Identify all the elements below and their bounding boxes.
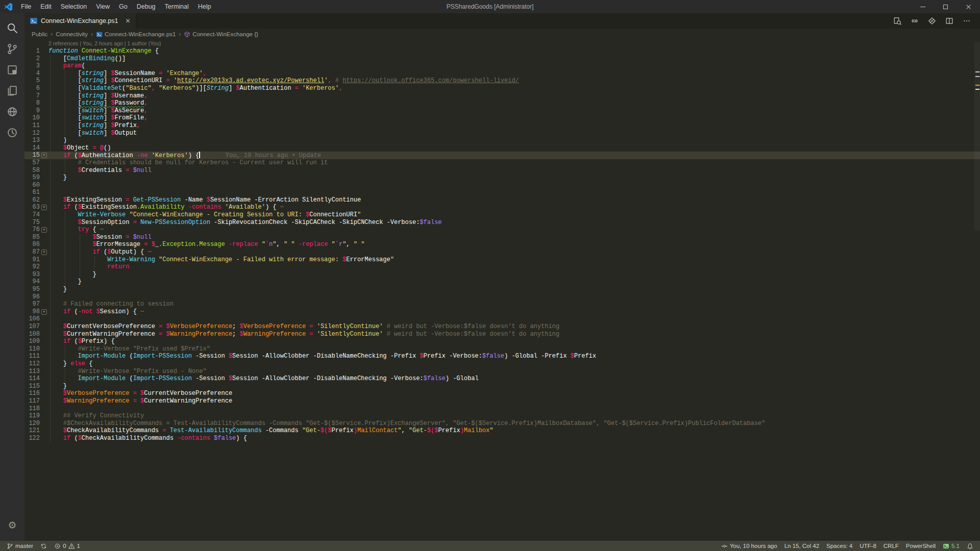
line-number[interactable]: 8	[24, 99, 40, 107]
code-line[interactable]: 115 }	[24, 383, 980, 390]
code-line[interactable]: 96	[24, 293, 980, 301]
line-number[interactable]: 1	[24, 47, 40, 55]
line-number[interactable]: 13	[24, 137, 40, 144]
line-number[interactable]: 114	[24, 375, 40, 383]
line-number[interactable]: 14	[24, 144, 40, 152]
code-line[interactable]: 107 $CurrentVerbosePreference = $Verbose…	[24, 323, 980, 331]
tab-connect-winexchange[interactable]: Connect-WinExchange.ps1 ✕	[24, 13, 136, 29]
fold-expand-icon[interactable]: +	[41, 249, 47, 255]
code-line[interactable]: 76+ try { ⋯	[24, 226, 980, 234]
line-number[interactable]: 112	[24, 360, 40, 368]
line-number[interactable]: 15	[24, 152, 40, 159]
line-number[interactable]: 110	[24, 345, 40, 353]
code-line[interactable]: 92 return	[24, 263, 980, 271]
line-number[interactable]: 111	[24, 353, 40, 360]
line-number[interactable]: 94	[24, 278, 40, 286]
line-number[interactable]: 12	[24, 130, 40, 137]
code-line[interactable]: 10 [switch] $FromFile,	[24, 114, 980, 122]
line-number[interactable]: 121	[24, 427, 40, 435]
code-line[interactable]: 4 [string] $SessionName = 'Exchange',	[24, 70, 980, 78]
activity-search[interactable]	[0, 17, 24, 38]
line-number[interactable]: 4	[24, 70, 40, 78]
menu-debug[interactable]: Debug	[132, 0, 160, 13]
menu-help[interactable]: Help	[193, 0, 216, 13]
status-sync-button[interactable]	[37, 541, 51, 551]
code-line[interactable]: 8 [string] $Password,	[24, 99, 980, 107]
code-line[interactable]: 93 }	[24, 271, 980, 279]
line-number[interactable]: 91	[24, 256, 40, 264]
line-number[interactable]: 87	[24, 248, 40, 256]
line-number[interactable]: 59	[24, 174, 40, 182]
line-number[interactable]: 97	[24, 300, 40, 308]
maximize-button[interactable]	[934, 0, 957, 13]
code-line[interactable]: 1function Connect-WinExchange {	[24, 47, 980, 55]
menu-file[interactable]: File	[16, 0, 36, 13]
code-line[interactable]: 121 $CheckAvailabilityCommands = Test-Av…	[24, 427, 980, 435]
activity-settings[interactable]: ⚙	[0, 515, 24, 536]
code-line[interactable]: 7 [string] $Username,	[24, 92, 980, 100]
activity-window[interactable]	[0, 59, 24, 80]
more-actions-button[interactable]	[963, 17, 971, 25]
code-line[interactable]: 97 # Failed connecting to session	[24, 300, 980, 308]
overview-ruler[interactable]	[974, 40, 980, 541]
code-line[interactable]: 62 $ExistingSession = Get-PSSession -Nam…	[24, 196, 980, 204]
line-number[interactable]: 109	[24, 338, 40, 345]
line-number[interactable]: 10	[24, 114, 40, 122]
status-indentation[interactable]: Spaces: 4	[823, 541, 856, 551]
code-line[interactable]: 111 Import-Module (Import-PSSession -Ses…	[24, 353, 980, 360]
code-line[interactable]: 116 $VerbosePreference = $CurrentVerbose…	[24, 390, 980, 397]
code-line[interactable]: 12 [switch] $Output	[24, 130, 980, 137]
code-line[interactable]: 118	[24, 405, 980, 413]
code-line[interactable]: 91 Write-Warning "Connect-WinExchange - …	[24, 256, 980, 264]
breadcrumb-item[interactable]: Connect-WinExchange {}	[184, 31, 258, 38]
code-line[interactable]: 13 )	[24, 137, 980, 144]
line-number[interactable]: 95	[24, 286, 40, 293]
line-number[interactable]: 115	[24, 383, 40, 390]
line-number[interactable]: 106	[24, 315, 40, 323]
line-number[interactable]: 5	[24, 77, 40, 85]
line-number[interactable]: 60	[24, 182, 40, 189]
line-number[interactable]: 92	[24, 263, 40, 271]
code-line[interactable]: 11 [string] $Prefix,	[24, 122, 980, 130]
code-line[interactable]: 113 #Write-Verbose "Prefix used - None"	[24, 368, 980, 375]
code-line[interactable]: 59 }	[24, 174, 980, 182]
line-number[interactable]: 62	[24, 196, 40, 204]
fold-expand-icon[interactable]: +	[41, 153, 47, 158]
activity-source-control[interactable]	[0, 38, 24, 59]
code-line[interactable]: 94 }	[24, 278, 980, 286]
close-button[interactable]	[957, 0, 980, 13]
fold-expand-icon[interactable]: +	[41, 309, 47, 315]
code-line[interactable]: 120 #$CheckAvailabilityCommands = Test-A…	[24, 420, 980, 428]
line-number[interactable]: 107	[24, 323, 40, 331]
status-blame[interactable]: You, 10 hours ago	[718, 541, 781, 551]
line-number[interactable]: 57	[24, 159, 40, 167]
line-number[interactable]: 74	[24, 211, 40, 219]
code-line[interactable]: 15+ if ($Authentication -ne 'Kerberos') …	[24, 152, 980, 159]
code-line[interactable]: 85 $Session = $null	[24, 234, 980, 241]
line-number[interactable]: 117	[24, 397, 40, 405]
code-line[interactable]: 112 } else {	[24, 360, 980, 368]
code-line[interactable]: 106	[24, 315, 980, 323]
status-problems[interactable]: 01	[51, 541, 84, 551]
line-number[interactable]: 98	[24, 308, 40, 316]
status-notifications[interactable]	[963, 541, 977, 551]
activity-history[interactable]	[0, 122, 24, 143]
code-line[interactable]: 110 #Write-Verbose "Prefix used $Prefix"	[24, 345, 980, 353]
code-line[interactable]: 2 [CmdletBinding()]	[24, 55, 980, 63]
code-line[interactable]: 114 Import-Module (Import-PSSession -Ses…	[24, 375, 980, 383]
code-line[interactable]: 86 $ErrorMessage = $_.Exception.Message …	[24, 241, 980, 248]
toggle-blame-button[interactable]	[911, 17, 919, 25]
line-number[interactable]: 116	[24, 390, 40, 397]
line-number[interactable]: 108	[24, 331, 40, 338]
line-number[interactable]: 119	[24, 412, 40, 420]
code-line[interactable]: 58 $Credentials = $null	[24, 167, 980, 174]
code-line[interactable]: 57 # Credentials should be null for Kerb…	[24, 159, 980, 167]
line-number[interactable]: 3	[24, 62, 40, 70]
line-number[interactable]: 76	[24, 226, 40, 234]
line-number[interactable]: 120	[24, 420, 40, 428]
menu-terminal[interactable]: Terminal	[160, 0, 193, 13]
line-number[interactable]: 118	[24, 405, 40, 413]
line-number[interactable]: 61	[24, 189, 40, 196]
line-number[interactable]: 85	[24, 234, 40, 241]
line-number[interactable]: 7	[24, 92, 40, 100]
